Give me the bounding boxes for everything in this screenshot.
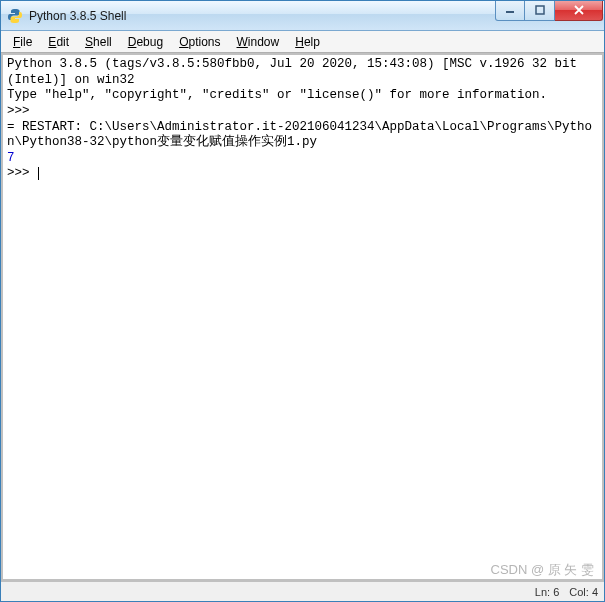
status-ln: Ln: 6: [535, 586, 559, 598]
text-cursor: [38, 167, 39, 180]
content-area: Python 3.8.5 (tags/v3.8.5:580fbb0, Jul 2…: [1, 53, 604, 581]
statusbar: Ln: 6 Col: 4: [1, 581, 604, 601]
status-col: Col: 4: [569, 586, 598, 598]
menu-shell[interactable]: Shell: [77, 33, 120, 51]
banner-line: Python 3.8.5 (tags/v3.8.5:580fbb0, Jul 2…: [7, 57, 585, 87]
app-window: Python 3.8.5 Shell File Edit Shell Debug…: [0, 0, 605, 602]
python-icon: [7, 8, 23, 24]
window-title: Python 3.8.5 Shell: [29, 9, 495, 23]
menu-file[interactable]: File: [5, 33, 40, 51]
prompt: >>>: [7, 104, 37, 118]
maximize-button[interactable]: [525, 1, 555, 21]
menu-edit[interactable]: Edit: [40, 33, 77, 51]
banner-line: Type "help", "copyright", "credits" or "…: [7, 88, 547, 102]
restart-line: = RESTART: C:\Users\Administrator.it-202…: [7, 120, 592, 150]
menu-help[interactable]: Help: [287, 33, 328, 51]
window-controls: [495, 1, 603, 21]
menu-options[interactable]: Options: [171, 33, 228, 51]
titlebar[interactable]: Python 3.8.5 Shell: [1, 1, 604, 31]
svg-rect-1: [536, 6, 544, 14]
menu-window[interactable]: Window: [229, 33, 288, 51]
minimize-button[interactable]: [495, 1, 525, 21]
close-button[interactable]: [555, 1, 603, 21]
program-output: 7: [7, 151, 15, 165]
shell-output[interactable]: Python 3.8.5 (tags/v3.8.5:580fbb0, Jul 2…: [3, 55, 602, 579]
svg-rect-0: [506, 11, 514, 13]
menu-debug[interactable]: Debug: [120, 33, 171, 51]
prompt: >>>: [7, 166, 37, 180]
menubar: File Edit Shell Debug Options Window Hel…: [1, 31, 604, 53]
